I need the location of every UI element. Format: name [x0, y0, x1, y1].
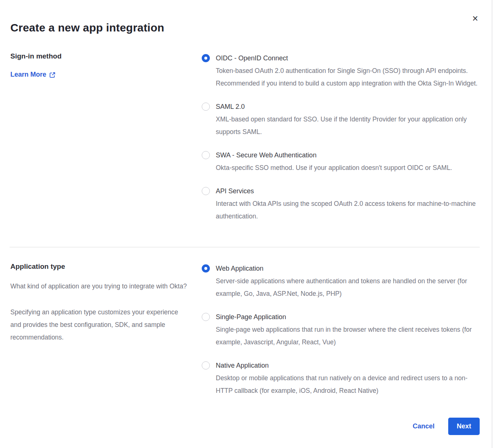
- external-link-icon: [49, 71, 56, 78]
- radio-option-description: Single-page web applications that run in…: [216, 323, 480, 348]
- radio-option-description: Interact with Okta APIs using the scoped…: [216, 197, 480, 223]
- page-title: Create a new app integration: [10, 21, 480, 34]
- application-type-left-column: Application type What kind of applicatio…: [10, 262, 202, 344]
- radio-button-icon[interactable]: [202, 361, 210, 370]
- create-app-integration-dialog: × Create a new app integration Sign-in m…: [0, 0, 493, 448]
- signin-method-left-column: Sign-in method Learn More: [10, 52, 202, 78]
- application-type-section: Application type What kind of applicatio…: [10, 262, 480, 397]
- application-type-heading: Application type: [10, 262, 187, 271]
- signin-method-options: OIDC - OpenID Connect Token-based OAuth …: [202, 52, 480, 223]
- learn-more-link[interactable]: Learn More: [10, 71, 56, 78]
- radio-option-label: SWA - Secure Web Authentication: [216, 149, 452, 161]
- radio-option-description: Token-based OAuth 2.0 authentication for…: [216, 64, 480, 90]
- radio-option-native-application[interactable]: Native Application Desktop or mobile app…: [202, 359, 480, 397]
- radio-option-description: Desktop or mobile applications that run …: [216, 372, 480, 397]
- radio-option-label: Web Application: [216, 262, 480, 275]
- radio-option-label: Native Application: [216, 359, 480, 372]
- next-button[interactable]: Next: [448, 418, 480, 435]
- radio-button-icon[interactable]: [202, 264, 210, 273]
- radio-option-oidc[interactable]: OIDC - OpenID Connect Token-based OAuth …: [202, 52, 480, 90]
- radio-button-icon[interactable]: [202, 151, 210, 159]
- radio-button-icon[interactable]: [202, 54, 210, 62]
- learn-more-label: Learn More: [10, 71, 46, 78]
- radio-option-description: Server-side applications where authentic…: [216, 275, 480, 300]
- radio-button-icon[interactable]: [202, 313, 210, 321]
- radio-option-swa[interactable]: SWA - Secure Web Authentication Okta-spe…: [202, 149, 480, 174]
- radio-option-description: Okta-specific SSO method. Use if your ap…: [216, 161, 452, 174]
- close-icon[interactable]: ×: [469, 13, 481, 24]
- radio-option-label: Single-Page Application: [216, 311, 480, 323]
- application-type-options: Web Application Server-side applications…: [202, 262, 480, 397]
- radio-option-label: OIDC - OpenID Connect: [216, 52, 480, 64]
- application-type-explanation: Specifying an application type customize…: [10, 306, 187, 344]
- radio-option-single-page-application[interactable]: Single-Page Application Single-page web …: [202, 311, 480, 348]
- radio-option-label: SAML 2.0: [216, 100, 480, 113]
- cancel-button[interactable]: Cancel: [413, 422, 435, 430]
- radio-option-saml[interactable]: SAML 2.0 XML-based open standard for SSO…: [202, 100, 480, 138]
- signin-method-section: Sign-in method Learn More OIDC - OpenID …: [10, 52, 480, 223]
- radio-option-description: XML-based open standard for SSO. Use if …: [216, 113, 480, 138]
- radio-button-icon[interactable]: [202, 187, 210, 195]
- application-type-question: What kind of application are you trying …: [10, 280, 187, 292]
- signin-method-heading: Sign-in method: [10, 52, 187, 61]
- radio-option-web-application[interactable]: Web Application Server-side applications…: [202, 262, 480, 300]
- radio-option-label: API Services: [216, 185, 480, 197]
- dialog-footer: Cancel Next: [10, 418, 480, 435]
- radio-option-api-services[interactable]: API Services Interact with Okta APIs usi…: [202, 185, 480, 223]
- section-divider: [10, 247, 480, 247]
- radio-button-icon[interactable]: [202, 103, 210, 111]
